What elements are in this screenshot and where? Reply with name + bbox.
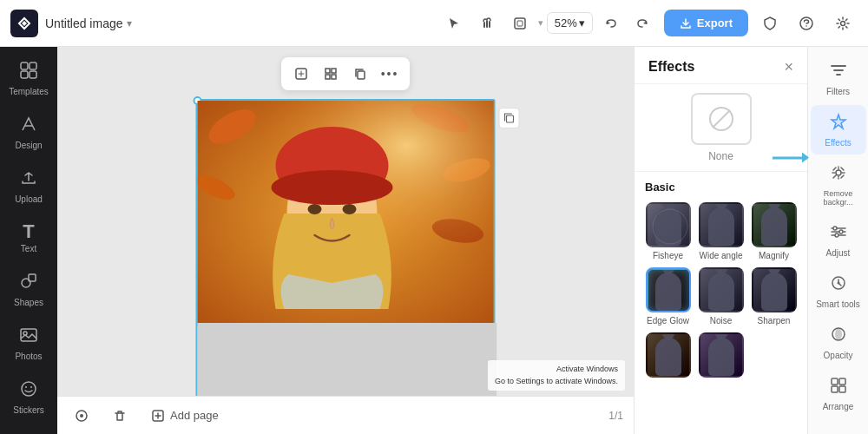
settings-button[interactable] [828,9,858,38]
right-item-arrange[interactable]: Arrange [811,369,866,418]
sidebar-item-stickers[interactable]: Stickers [3,372,54,423]
document-title-area[interactable]: Untitled image ▾ [45,16,132,30]
right-item-smart-tools[interactable]: Smart tools [811,266,866,316]
filters-label: Filters [826,87,850,96]
svg-rect-55 [839,378,845,385]
sidebar-label-upload: Upload [15,194,43,205]
redo-button[interactable] [628,9,657,38]
svg-rect-2 [489,21,490,28]
export-button[interactable]: Export [664,10,748,36]
svg-rect-4 [517,21,523,26]
effect-edge-glow[interactable]: Edge Glow [645,267,691,326]
svg-point-49 [839,230,843,233]
right-item-remove-bg[interactable]: Remove backgr... [811,156,866,214]
svg-point-47 [836,170,841,175]
topbar-tools: ▾ 52% ▾ [439,9,657,38]
right-item-filters[interactable]: Filters [811,54,866,103]
svg-rect-57 [839,386,845,392]
frame-tool-button[interactable] [505,9,535,38]
sidebar-item-shapes[interactable]: Shapes [3,265,54,315]
more-options-button[interactable]: ••• [377,61,403,87]
svg-rect-40 [507,115,514,122]
topbar: Untitled image ▾ ▾ 52% ▾ [0,0,868,47]
copy-canvas-button[interactable] [347,61,373,87]
arrange-icon [829,376,848,399]
svg-rect-8 [21,62,28,69]
topbar-right: Export [664,9,858,38]
hand-tool-button[interactable] [472,9,502,38]
effect-sharpen[interactable]: Sharpen [751,267,797,326]
templates-icon [19,61,38,84]
canvas-frame[interactable] [196,99,496,429]
effects-header: Effects × [635,47,807,84]
sidebar-left: Templates Design Upload T Text Shapes [0,47,57,434]
stickers-icon [19,379,38,403]
svg-rect-56 [832,386,838,392]
select-tool-button[interactable] [439,9,469,38]
effects-close-button[interactable]: × [784,59,793,75]
sidebar-label-design: Design [15,141,42,151]
sidebar-item-design[interactable]: Design [3,108,54,158]
none-effect-option[interactable]: None [635,84,807,172]
svg-rect-24 [326,75,330,79]
sharpen-thumb [752,267,797,312]
remove-bg-icon [829,163,848,187]
watermark-line1: Activate Windows [495,364,618,376]
watermark-line2: Go to Settings to activate Windows. [495,376,618,388]
export-label: Export [697,16,733,30]
design-icon [19,115,38,138]
sidebar-item-templates[interactable]: Templates [3,54,54,104]
sidebar-item-upload[interactable]: Upload [3,161,54,212]
svg-rect-9 [30,62,36,69]
resize-canvas-button[interactable] [288,61,314,87]
svg-point-37 [308,204,322,214]
windows-watermark: Activate Windows Go to Settings to activ… [488,360,625,391]
noise-label: Noise [710,316,733,326]
none-effect-label: None [708,150,733,162]
svg-point-36 [272,170,393,205]
shield-button[interactable] [755,9,785,38]
qr-code-button[interactable] [318,61,344,87]
undo-button[interactable] [596,9,626,38]
sidebar-item-text[interactable]: T Text [3,215,54,261]
magnify-label: Magnify [759,251,789,260]
effect-wide-angle[interactable]: Wide angle [698,202,744,260]
effects-right-label: Effects [825,138,851,148]
sidebar-label-photos: Photos [15,352,42,362]
sidebar-label-text: Text [21,244,36,254]
svg-rect-14 [21,329,36,341]
canvas-frame-wrapper [196,99,496,429]
right-item-effects[interactable]: Effects [811,105,866,155]
smart-tools-label: Smart tools [816,299,860,309]
edge-glow-label: Edge Glow [647,316,689,326]
copy-page-button[interactable] [499,108,520,128]
effect-extra1[interactable] [645,332,691,381]
add-page-button[interactable]: Add page [144,404,226,428]
text-icon: T [23,222,34,241]
page-indicator: 1/1 [608,410,623,422]
svg-rect-54 [832,378,838,385]
zoom-selector[interactable]: 52% ▾ [547,12,593,34]
sidebar-item-photos[interactable]: Photos [3,319,54,369]
svg-rect-1 [486,20,488,28]
help-button[interactable] [792,9,821,38]
sidebar-label-templates: Templates [9,87,49,97]
effects-icon [829,112,848,135]
right-item-adjust[interactable]: Adjust [811,215,866,265]
smart-tools-icon [829,273,848,297]
fisheye-label: Fisheye [653,251,683,260]
photos-icon [19,326,38,349]
sidebar-item-frames[interactable]: Frames [3,426,54,434]
svg-rect-26 [358,71,365,79]
save-button[interactable] [68,404,95,428]
delete-button[interactable] [106,404,134,428]
effect-noise[interactable]: Noise [698,267,744,326]
zoom-value: 52% [555,16,577,30]
effect-magnify[interactable]: Magnify [751,202,797,260]
right-item-opacity[interactable]: Opacity [811,318,866,367]
canvas-area: ••• Page 1 [57,47,634,434]
effect-fisheye[interactable]: Fisheye [645,202,691,260]
effect-extra2[interactable] [698,332,744,381]
svg-point-16 [22,382,36,396]
more-options-icon: ••• [381,67,399,81]
